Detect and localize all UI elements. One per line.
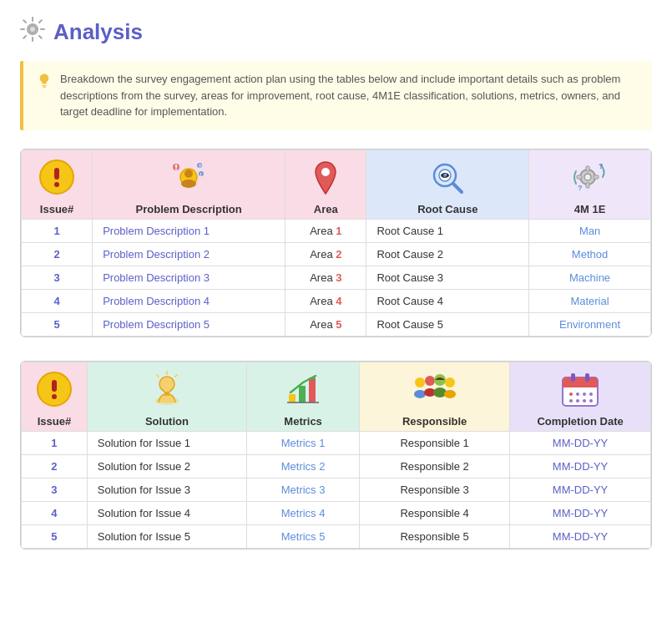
t2-solution-cell: Solution for Issue 5 [87,524,246,548]
table2-row: 4 Solution for Issue 4 Metrics 4 Respons… [22,501,651,524]
t1-4m1e-cell: Environment [529,312,651,336]
svg-rect-40 [289,394,296,403]
table1-row: 4 Problem Description 4 Area 4 Root Caus… [22,289,651,312]
svg-point-59 [576,392,579,396]
svg-point-10 [175,168,177,170]
table1-row: 5 Problem Description 5 Area 5 Root Caus… [22,312,651,336]
svg-point-64 [583,399,586,403]
svg-point-60 [583,392,586,396]
svg-rect-57 [585,373,589,382]
svg-line-39 [175,375,177,377]
th-problem: ? ! Problem Description [93,149,285,219]
t1-problem-cell: Problem Description 4 [93,289,285,312]
t1-issue-cell: 4 [22,289,93,312]
t1-area-cell: Area 1 [285,219,366,242]
t2-issue-cell: 2 [22,454,88,478]
svg-rect-41 [299,386,306,403]
svg-point-51 [445,377,455,387]
t2-metrics-cell: Metrics 5 [247,524,360,548]
t2-metrics-cell: Metrics 2 [247,454,360,478]
th2-completion: Completion Date [510,362,651,431]
svg-rect-26 [577,175,582,179]
th-area-label: Area [291,203,361,215]
th2-metrics: Metrics [247,362,360,431]
t2-responsible-cell: Responsible 4 [360,501,510,524]
page-title: Analysis [53,19,143,45]
t2-solution-cell: Solution for Issue 4 [87,501,246,524]
t1-rootcause-cell: Root Cause 4 [366,289,529,312]
t1-problem-cell: Problem Description 1 [93,219,285,242]
issue-icon [27,159,87,200]
t1-4m1e-cell: Man [529,219,651,242]
t2-solution-cell: Solution for Issue 2 [87,454,246,478]
t1-rootcause-cell: Root Cause 5 [366,312,529,336]
th-4m1e-label: 4M 1E [534,203,645,215]
solution-icon [93,371,241,412]
t1-issue-cell: 1 [22,219,93,242]
page-header: Analysis [20,17,652,48]
svg-text:?: ? [578,184,583,192]
t2-completion-cell: MM-DD-YY [510,431,651,454]
problem-icon: ? ! [98,159,280,200]
th-rootcause-label: Root Cause [371,203,523,215]
svg-line-21 [453,184,462,192]
th-problem-label: Problem Description [98,203,280,215]
t1-4m1e-cell: Machine [529,266,651,289]
th-issue: Issue# [22,149,93,219]
th2-issue: Issue# [22,362,88,431]
svg-text:!: ! [200,172,202,177]
t2-metrics-cell: Metrics 4 [247,501,360,524]
th2-completion-label: Completion Date [515,415,645,428]
th-issue-label: Issue# [27,203,87,215]
t1-problem-cell: Problem Description 3 [93,266,285,289]
t1-issue-cell: 3 [22,266,93,289]
t2-solution-cell: Solution for Issue 1 [87,431,246,454]
area-icon [291,159,361,200]
svg-point-58 [569,392,573,396]
table2: Issue# [21,362,651,549]
t2-completion-cell: MM-DD-YY [510,454,651,478]
t2-responsible-cell: Responsible 1 [360,431,510,454]
metrics-icon [252,371,354,412]
th-rootcause: Root Cause [366,149,529,219]
svg-point-65 [589,399,593,403]
svg-rect-56 [571,373,575,382]
responsible-icon [365,371,504,412]
table2-row: 2 Solution for Issue 2 Metrics 2 Respons… [22,454,651,478]
th2-solution-label: Solution [93,415,241,428]
svg-text:?: ? [599,162,604,170]
svg-rect-24 [586,166,589,171]
t1-rootcause-cell: Root Cause 1 [366,219,529,242]
svg-rect-3 [54,168,59,180]
svg-rect-9 [175,165,177,168]
t2-responsible-cell: Responsible 3 [360,478,510,501]
table2-wrapper: Issue# [20,361,652,549]
t1-4m1e-cell: Method [529,242,651,266]
table1-row: 3 Problem Description 3 Area 3 Root Caus… [22,266,651,289]
svg-point-62 [569,399,573,403]
t1-problem-cell: Problem Description 5 [93,312,285,336]
t2-metrics-cell: Metrics 3 [247,478,360,501]
4m1e-icon: ? ? [534,159,645,200]
t1-problem-cell: Problem Description 2 [93,242,285,266]
svg-point-45 [415,377,425,387]
t2-responsible-cell: Responsible 2 [360,454,510,478]
svg-point-4 [54,182,59,187]
svg-rect-55 [563,384,598,387]
svg-line-38 [157,375,159,377]
svg-point-46 [414,390,426,398]
table1-wrapper: Issue# [20,149,652,337]
t1-rootcause-cell: Root Cause 2 [366,242,529,266]
t1-4m1e-cell: Material [529,289,651,312]
t2-responsible-cell: Responsible 5 [360,524,510,548]
svg-point-15 [321,168,330,176]
svg-point-20 [445,174,447,175]
table1-row: 2 Problem Description 2 Area 2 Root Caus… [22,242,651,266]
th2-responsible-label: Responsible [365,415,504,428]
completion-icon [515,371,645,412]
table2-row: 1 Solution for Issue 1 Metrics 1 Respons… [22,431,651,454]
svg-point-7 [181,180,196,188]
svg-rect-42 [309,377,316,403]
th-4m1e: ? ? 4M 1E [529,149,651,219]
th2-metrics-label: Metrics [252,415,354,428]
